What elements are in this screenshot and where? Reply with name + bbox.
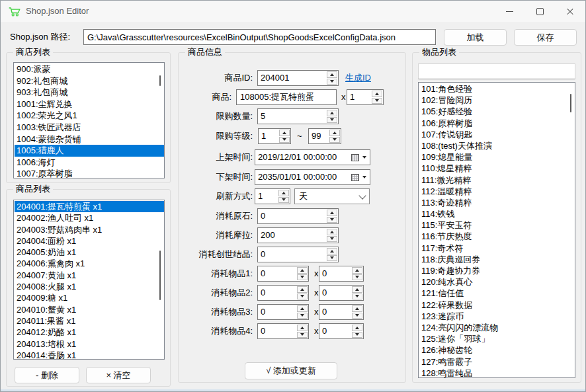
list-item[interactable]: 113:奇迹精粹 [419, 197, 575, 208]
list-item[interactable]: 115:平安玉符 [419, 219, 575, 231]
spin-up-button[interactable] [352, 305, 362, 312]
list-item[interactable]: 204009:糖 x1 [15, 292, 164, 303]
spin-up-button[interactable] [327, 71, 337, 78]
list-item[interactable]: 125:迷你「羽球」 [419, 333, 575, 344]
spin-up-button[interactable] [352, 267, 362, 274]
list-item[interactable]: 903:礼包商城 [15, 87, 164, 98]
list-item[interactable]: 127:鸣雷霰子 [419, 356, 575, 368]
list-item[interactable]: 122:碎果数据 [419, 299, 575, 311]
cost-item3-count-spinner[interactable]: 0 [319, 304, 364, 320]
minimize-button[interactable] [494, 1, 524, 22]
limit-level-max-spinner[interactable]: 99 [308, 128, 341, 144]
spin-up-button[interactable] [297, 305, 308, 312]
list-item[interactable]: 108:(test)天体推演 [419, 140, 575, 151]
spin-up-button[interactable] [372, 91, 382, 97]
item-listbox[interactable]: 101:角色经验102:冒险阅历105:好感经验106:原粹树脂107:传说钥匙… [418, 82, 575, 378]
spin-down-button[interactable] [352, 332, 362, 338]
spin-down-button[interactable] [327, 255, 337, 262]
list-item[interactable]: 126:神秘齿轮 [419, 344, 575, 356]
spin-up-button[interactable] [327, 229, 337, 235]
add-or-update-button[interactable]: √ 添加或更新 [245, 362, 337, 379]
goods-input[interactable] [236, 89, 337, 105]
cost-primogem-spinner[interactable]: 0 [257, 208, 339, 224]
spin-up-button[interactable] [279, 130, 290, 136]
spin-down-button[interactable] [327, 79, 337, 85]
list-item[interactable]: 204001:提瓦特煎蛋 x1 [15, 201, 164, 212]
goods-id-spinner[interactable]: 204001 [257, 70, 339, 86]
spin-down-button[interactable] [352, 274, 362, 281]
spin-down-button[interactable] [279, 137, 290, 143]
spin-down-button[interactable] [297, 313, 308, 319]
refresh-value-spinner[interactable]: 1 [255, 188, 290, 204]
end-time-picker[interactable]: 2035/01/01 00:00:00 [255, 169, 370, 185]
list-item[interactable]: 112:温暖精粹 [419, 186, 575, 197]
list-item[interactable]: 1005:猎鹿人 [15, 145, 164, 157]
spin-down-button[interactable] [327, 117, 337, 124]
spin-up-button[interactable] [327, 248, 337, 255]
path-input[interactable] [83, 29, 436, 45]
begin-time-picker[interactable]: 2019/12/01 00:00:00 [255, 149, 370, 165]
spin-up-button[interactable] [327, 110, 337, 116]
spin-down-button[interactable] [297, 294, 308, 300]
list-item[interactable]: 106:原粹树脂 [419, 118, 575, 129]
limit-level-min-spinner[interactable]: 1 [258, 128, 291, 144]
goods-count-spinner[interactable]: 1 [347, 89, 384, 105]
limit-count-spinner[interactable]: 5 [257, 108, 339, 124]
spin-down-button[interactable] [278, 197, 289, 204]
list-item[interactable]: 204003:野菇鸡肉串 x1 [15, 224, 164, 235]
list-item[interactable]: 117:奇术符 [419, 243, 575, 254]
date-dropdown[interactable] [351, 170, 370, 184]
spin-up-button[interactable] [352, 325, 362, 331]
cost-item2-count-spinner[interactable]: 0 [319, 285, 364, 301]
close-button[interactable] [555, 1, 585, 22]
list-item[interactable]: 204006:熏禽肉 x1 [15, 258, 164, 269]
date-dropdown[interactable] [351, 150, 370, 165]
list-item[interactable]: 204012:奶酪 x1 [15, 327, 164, 338]
list-item[interactable]: 1007:原萃树脂 [15, 168, 164, 178]
list-item[interactable]: 204010:蟹黄 x1 [15, 304, 164, 315]
list-item[interactable]: 204008:火腿 x1 [15, 281, 164, 292]
cost-crystal-spinner[interactable]: 0 [257, 247, 339, 262]
cost-mora-spinner[interactable]: 200 [257, 227, 339, 243]
spin-down-button[interactable] [297, 332, 308, 338]
list-item[interactable]: 1002:荣光之风1 [15, 110, 164, 122]
scrollbar-thumb[interactable] [570, 94, 571, 112]
list-item[interactable]: 105:好感经验 [419, 106, 575, 117]
item-search-input[interactable] [418, 63, 575, 79]
spin-up-button[interactable] [327, 210, 337, 216]
list-item[interactable]: 1003:铁匠武器店 [15, 122, 164, 134]
list-item[interactable]: 123:迷踪币 [419, 311, 575, 322]
shop-list-scrollbar[interactable] [156, 63, 164, 177]
list-item[interactable]: 1001:尘辉兑换 [15, 98, 164, 110]
spin-down-button[interactable] [352, 294, 362, 300]
spin-up-button[interactable] [329, 130, 340, 136]
maximize-button[interactable] [524, 1, 555, 22]
list-item[interactable]: 116:节庆热度 [419, 231, 575, 242]
list-item[interactable]: 204011:果酱 x1 [15, 315, 164, 327]
delete-button[interactable]: - 删除 [15, 367, 79, 383]
list-item[interactable]: 1004:蒙德杂货铺 [15, 134, 164, 145]
list-item[interactable]: 204014:香肠 x1 [15, 350, 164, 360]
clear-button[interactable]: × 清空 [86, 367, 151, 383]
cost-item1-count-spinner[interactable]: 0 [319, 266, 364, 282]
list-item[interactable]: 204004:面粉 x1 [15, 235, 164, 247]
cost-item1-id-spinner[interactable]: 0 [257, 266, 309, 282]
item-list-scrollbar[interactable] [567, 83, 575, 377]
list-item[interactable]: 118:庆典巡回券 [419, 254, 575, 265]
spin-down-button[interactable] [327, 236, 337, 243]
spin-down-button[interactable] [297, 274, 308, 281]
spin-up-button[interactable] [297, 267, 308, 274]
cost-item2-id-spinner[interactable]: 0 [257, 285, 309, 301]
list-item[interactable]: 119:奇趣协力券 [419, 265, 575, 276]
scrollbar-thumb[interactable] [159, 75, 161, 86]
spin-up-button[interactable] [297, 286, 308, 293]
refresh-unit-combo[interactable]: 天 [294, 188, 370, 204]
goods-listbox[interactable]: 204001:提瓦特煎蛋 x1204002:渔人吐司 x1204003:野菇鸡肉… [13, 200, 165, 360]
save-button[interactable]: 保存 [514, 29, 577, 46]
load-button[interactable]: 加载 [444, 29, 507, 46]
scrollbar-thumb[interactable] [159, 251, 161, 300]
goods-list-scrollbar[interactable] [156, 201, 164, 358]
spin-up-button[interactable] [278, 190, 289, 196]
list-item[interactable]: 124:亮闪闪的漂流物 [419, 322, 575, 333]
list-item[interactable]: 107:传说钥匙 [419, 129, 575, 140]
